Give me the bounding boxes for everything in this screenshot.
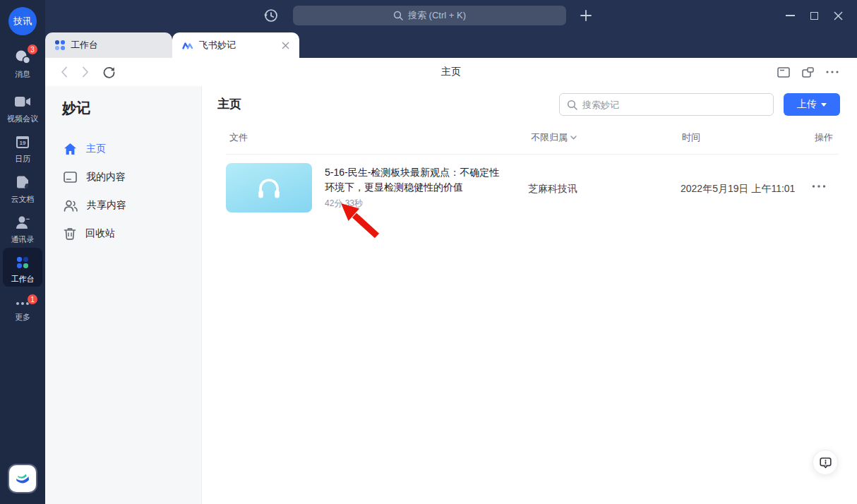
chevron-down-icon bbox=[570, 136, 577, 140]
tab-minutes[interactable]: 飞书妙记 bbox=[172, 32, 299, 58]
close-tab-icon[interactable] bbox=[282, 42, 289, 49]
main-panel: 主页 上传 文件 不限归属 时间 操作 bbox=[202, 86, 857, 504]
tab-workbench[interactable]: 工作台 bbox=[45, 32, 172, 58]
content-area: 妙记 主页 我的内容 共享内容 bbox=[45, 86, 857, 504]
global-search-bar[interactable]: 搜索 (Ctrl + K) bbox=[293, 6, 566, 25]
annotation-arrow bbox=[337, 202, 383, 241]
tab-label: 工作台 bbox=[71, 39, 98, 52]
minutes-search-input[interactable] bbox=[582, 100, 766, 110]
more-dots-icon bbox=[16, 302, 29, 305]
workbench-icon bbox=[17, 257, 28, 268]
messages-badge: 3 bbox=[27, 44, 38, 55]
open-in-new-window-icon[interactable] bbox=[802, 67, 814, 78]
close-button[interactable] bbox=[826, 0, 850, 31]
more-badge: 1 bbox=[27, 294, 38, 305]
chevron-down-icon bbox=[821, 103, 827, 107]
minimize-button[interactable] bbox=[778, 0, 802, 31]
minutes-sidebar: 妙记 主页 我的内容 共享内容 bbox=[45, 86, 202, 504]
titlebar: 搜索 (Ctrl + K) bbox=[0, 0, 857, 31]
minutes-file-title[interactable]: 5-16-民生-检测板块最新观点：不确定性环境下，更显检测稳健性的价值 bbox=[325, 165, 504, 195]
minutes-thumbnail[interactable] bbox=[226, 163, 312, 212]
column-header-time: 时间 bbox=[682, 132, 700, 143]
back-icon[interactable] bbox=[61, 66, 68, 78]
content-title: 主页 bbox=[217, 96, 241, 112]
sidebar-item-more[interactable]: 1 更多 bbox=[0, 298, 45, 323]
tab-bar: 工作台 飞书妙记 bbox=[45, 31, 857, 58]
workbench-tab-icon bbox=[55, 40, 65, 50]
sidebar-item-video-meeting[interactable]: 视频会议 bbox=[0, 92, 45, 124]
page-title: 主页 bbox=[441, 58, 461, 86]
calendar-icon: 19 bbox=[16, 136, 29, 148]
headphones-icon bbox=[254, 176, 284, 200]
sidebar-item-docs[interactable]: 云文档 bbox=[0, 173, 45, 205]
sidebar-item-contacts[interactable]: 通讯录 bbox=[0, 213, 45, 245]
new-tab-plus-icon[interactable] bbox=[579, 8, 593, 23]
sidebar-item-calendar[interactable]: 19 日历 bbox=[0, 133, 45, 164]
more-menu-icon[interactable] bbox=[826, 71, 839, 73]
forward-icon[interactable] bbox=[82, 66, 89, 78]
table-divider bbox=[226, 154, 839, 155]
minutes-search-box[interactable] bbox=[559, 93, 774, 116]
maximize-icon bbox=[810, 12, 818, 20]
folder-icon bbox=[64, 172, 77, 183]
upload-button[interactable]: 上传 bbox=[784, 93, 840, 116]
search-icon bbox=[567, 100, 577, 110]
row-actions-icon[interactable] bbox=[812, 185, 826, 188]
contacts-icon bbox=[15, 215, 30, 230]
tab-label: 飞书妙记 bbox=[199, 39, 236, 52]
trash-icon bbox=[64, 227, 76, 240]
docs-icon bbox=[15, 174, 30, 190]
owner-filter[interactable]: 不限归属 bbox=[531, 132, 577, 143]
column-header-file: 文件 bbox=[229, 132, 248, 143]
minutes-nav-my-content[interactable]: 我的内容 bbox=[45, 163, 202, 191]
app-rail: 技讯 3 消息 视频会议 19 bbox=[0, 0, 45, 504]
window-controls bbox=[778, 0, 850, 31]
dock-window-icon[interactable] bbox=[777, 67, 790, 78]
feishu-logo[interactable] bbox=[9, 465, 36, 492]
home-icon bbox=[64, 143, 77, 155]
minutes-time: 2022年5月19日 上午11:01 bbox=[681, 183, 795, 196]
minutes-nav-shared-content[interactable]: 共享内容 bbox=[45, 191, 202, 220]
maximize-button[interactable] bbox=[802, 0, 826, 31]
people-icon bbox=[64, 200, 78, 212]
minutes-nav-home[interactable]: 主页 bbox=[45, 135, 202, 163]
search-icon bbox=[393, 11, 403, 20]
feedback-button[interactable] bbox=[813, 450, 838, 475]
close-icon bbox=[834, 11, 843, 20]
refresh-icon[interactable] bbox=[103, 66, 115, 78]
feedback-info-icon bbox=[820, 457, 832, 469]
nav-bar: 主页 bbox=[45, 58, 857, 86]
app-window: 搜索 (Ctrl + K) 技讯 3 bbox=[0, 0, 857, 504]
column-header-actions: 操作 bbox=[815, 132, 833, 143]
global-search-placeholder: 搜索 (Ctrl + K) bbox=[408, 9, 466, 22]
history-icon[interactable] bbox=[263, 8, 279, 23]
feishu-logo-icon bbox=[14, 470, 31, 487]
avatar[interactable]: 技讯 bbox=[8, 7, 37, 35]
video-camera-icon bbox=[14, 95, 31, 108]
sidebar-item-messages[interactable]: 3 消息 bbox=[0, 48, 45, 80]
minutes-owner: 芝麻科技讯 bbox=[528, 183, 577, 196]
sidebar-item-workbench[interactable]: 工作台 bbox=[3, 248, 42, 287]
minutes-nav-trash[interactable]: 回收站 bbox=[45, 220, 202, 248]
minutes-logo-icon bbox=[182, 40, 193, 50]
minimize-icon bbox=[786, 15, 795, 16]
minutes-title: 妙记 bbox=[62, 99, 90, 118]
